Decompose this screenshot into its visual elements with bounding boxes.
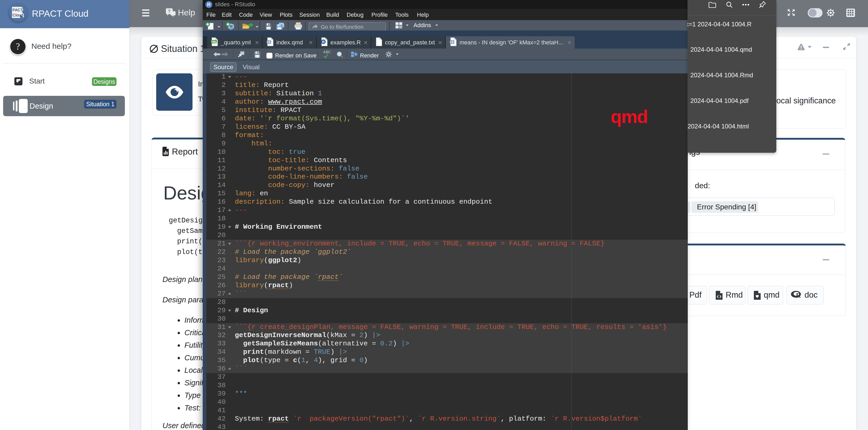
- svg-text:R: R: [322, 40, 325, 44]
- svg-text:?: ?: [16, 41, 20, 52]
- svg-text:R: R: [796, 292, 801, 299]
- svg-text:Cloud: Cloud: [12, 13, 23, 17]
- svg-text:YML: YML: [211, 40, 217, 43]
- svg-text:?: ?: [168, 9, 170, 14]
- svg-text:PACT: PACT: [12, 7, 23, 12]
- svg-text:ABC: ABC: [323, 50, 331, 54]
- svg-text:R: R: [230, 25, 233, 29]
